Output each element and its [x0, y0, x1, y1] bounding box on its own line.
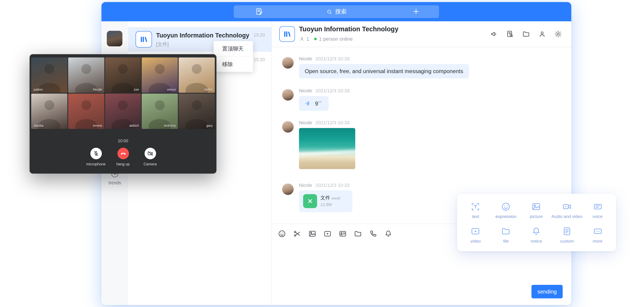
microphone-button[interactable]: microphone: [82, 148, 110, 166]
voice-wave-icon: [304, 100, 312, 107]
video-tile: ernest: [68, 94, 104, 129]
search-label: 搜索: [335, 8, 346, 15]
audio-video-icon: [562, 202, 572, 212]
popover-item-more[interactable]: more: [582, 223, 613, 247]
image-message[interactable]: [299, 128, 355, 169]
sender-name: Nicole: [299, 56, 312, 61]
hangup-button[interactable]: hang up: [110, 148, 137, 166]
popover-item-custom[interactable]: custom: [552, 223, 582, 247]
message-text: Open source, free, and universal instant…: [305, 68, 463, 74]
voice-message[interactable]: 9``: [299, 96, 328, 111]
control-label: Camera: [144, 162, 157, 166]
file-message[interactable]: 文件.excel 12.8M: [299, 191, 352, 212]
message-toolbar: [278, 229, 393, 238]
phone-icon[interactable]: [369, 229, 378, 238]
avatar[interactable]: [282, 89, 294, 100]
send-button[interactable]: sending: [532, 285, 562, 298]
participant-name: danika: [34, 124, 43, 128]
conversation-time: 15:20: [254, 57, 265, 62]
menu-item-pin-chat[interactable]: 置顶聊天: [214, 41, 253, 56]
notice-icon: [531, 226, 542, 236]
text-icon: [470, 202, 481, 212]
user-avatar[interactable]: [107, 31, 122, 46]
participant-name: gary: [206, 124, 213, 128]
chat-header-actions: [490, 30, 562, 38]
avatar[interactable]: [282, 121, 294, 132]
hangup-icon: [117, 148, 129, 159]
emoji-icon[interactable]: [278, 229, 286, 238]
chat-panel: Tuoyun Information Technology 1 1 person…: [272, 21, 571, 305]
popover-item-text[interactable]: text: [460, 198, 491, 223]
avatar[interactable]: [282, 183, 294, 195]
video-icon[interactable]: [323, 229, 332, 238]
organization-icon: [279, 26, 295, 42]
sender-name: Nicole: [299, 88, 312, 93]
online-dot: [314, 38, 316, 40]
menu-item-remove[interactable]: 移除: [214, 56, 253, 72]
camera-button[interactable]: Camera: [136, 148, 164, 166]
conversation-time: 15:20: [254, 32, 265, 37]
folder-icon[interactable]: [522, 30, 530, 38]
excel-file-icon: [303, 194, 317, 208]
participant-name: stellar: [204, 88, 213, 92]
trends-label: trends: [102, 180, 128, 185]
popover-item-voice[interactable]: voice: [582, 198, 613, 223]
idcard-icon[interactable]: [338, 229, 347, 238]
conversation-preview: [文件]: [156, 41, 168, 48]
online-status: 1 person online: [319, 36, 353, 42]
message-search-icon[interactable]: [506, 30, 514, 38]
file-extension: .excel: [331, 196, 340, 200]
message-meta: Nicole2021/12/3 10:33: [299, 182, 350, 188]
avatar[interactable]: [282, 57, 294, 68]
video-tile: zoe: [105, 57, 141, 93]
control-label: hang up: [116, 162, 130, 166]
chat-subheader: 1 1 person online: [299, 36, 353, 42]
image-icon[interactable]: [308, 229, 317, 238]
popover-item-notice[interactable]: notice: [521, 223, 552, 247]
video-tile: Nicole: [68, 57, 104, 93]
participant-name: aldrich: [129, 124, 139, 128]
video-tile: stellar: [179, 57, 215, 93]
folder-icon[interactable]: [354, 229, 362, 238]
mic-off-icon: [90, 148, 102, 159]
announcement-icon[interactable]: [490, 30, 498, 38]
popover-item-picture[interactable]: picture: [521, 198, 552, 223]
message-type-popover: text expression picture Audio and video …: [457, 194, 616, 251]
file-icon: [501, 226, 511, 236]
popover-item-video[interactable]: video: [460, 223, 491, 247]
settings-icon[interactable]: [554, 30, 562, 38]
control-label: microphone: [86, 162, 106, 166]
popover-item-file[interactable]: file: [491, 223, 521, 247]
video-tile: danika: [31, 94, 67, 129]
conversation-title: Tuoyun Information Technology: [156, 31, 249, 39]
search-icon: [326, 8, 333, 15]
chat-header: Tuoyun Information Technology 1 1 person…: [272, 21, 571, 47]
scissors-icon[interactable]: [293, 229, 302, 238]
member-count: 1: [306, 36, 309, 42]
participant-name: ernest: [93, 124, 102, 128]
bell-icon[interactable]: [384, 229, 393, 238]
message-meta: Nicole2021/12/3 10:33: [299, 88, 350, 94]
message-meta: Nicole2021/12/3 10:33: [299, 120, 350, 126]
search-field[interactable]: 搜索: [234, 5, 439, 18]
camera-off-icon: [144, 148, 156, 159]
call-timer: 10:00: [30, 139, 216, 143]
expression-icon: [501, 202, 511, 212]
plus-icon[interactable]: [412, 7, 420, 15]
message-time: 2021/12/3 10:33: [315, 88, 350, 93]
search-bar[interactable]: 搜索: [234, 5, 439, 18]
organization-icon: [136, 31, 152, 48]
text-message: Open source, free, and universal instant…: [299, 64, 469, 78]
popover-item-expression[interactable]: expression: [491, 198, 521, 223]
member-count-icon: [299, 36, 304, 42]
participant-name: Anthony: [164, 124, 176, 128]
popover-item-audio-video[interactable]: Audio and video: [552, 198, 582, 223]
voice-duration: 9``: [315, 100, 322, 106]
video-call-window: patton Nicole zoe venus stellar danika e…: [30, 54, 216, 174]
custom-icon: [562, 226, 572, 236]
participant-name: zoe: [134, 88, 139, 92]
video-tile: aldrich: [105, 94, 141, 129]
member-icon[interactable]: [538, 30, 546, 38]
message-meta: Nicole2021/12/3 10:33: [299, 56, 350, 61]
sender-name: Nicole: [299, 183, 312, 188]
